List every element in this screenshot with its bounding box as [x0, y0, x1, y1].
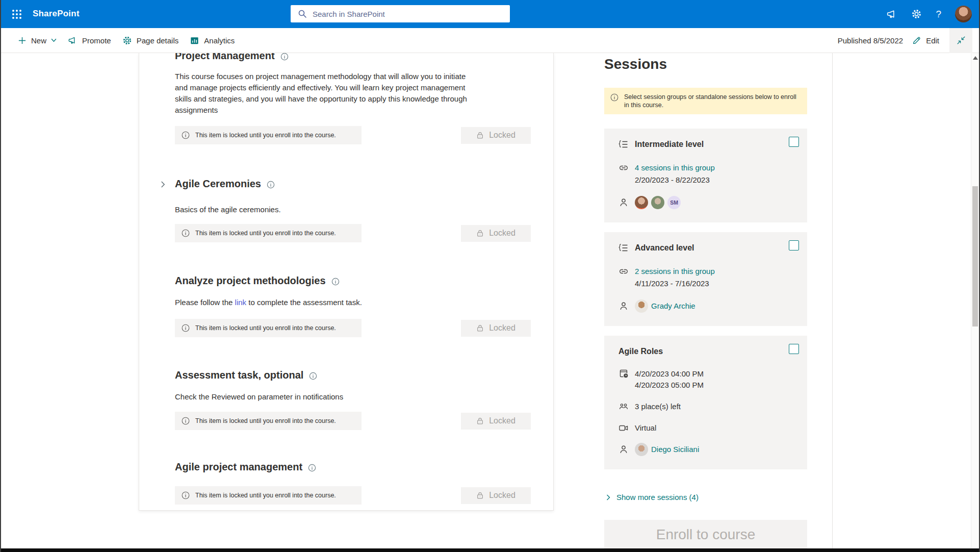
page-details-button[interactable]: Page details: [117, 30, 185, 51]
assessment-link[interactable]: link: [235, 298, 247, 307]
search-input[interactable]: [313, 10, 501, 18]
people-icon: [618, 402, 629, 412]
info-icon[interactable]: [331, 278, 340, 286]
session-group-date-range: 4/11/2023 - 7/16/2023: [635, 278, 797, 289]
promote-button[interactable]: Promote: [62, 30, 117, 51]
enroll-to-course-button[interactable]: Enroll to course: [604, 520, 807, 552]
command-bar-right: Published 8/5/2022 Edit: [838, 28, 980, 53]
instructor-avatar[interactable]: [651, 196, 664, 209]
video-camera-icon: [618, 423, 629, 433]
bar-chart-icon: [190, 36, 199, 45]
show-more-sessions-link[interactable]: Show more sessions (4): [606, 493, 807, 501]
edit-button-label: Edit: [926, 36, 939, 45]
info-icon[interactable]: [308, 464, 316, 472]
locked-button[interactable]: Locked: [461, 225, 531, 242]
chevron-down-icon: [51, 38, 57, 42]
locked-button-label: Locked: [489, 131, 515, 140]
gear-icon: [911, 9, 922, 19]
page-command-bar: New Promote Page details: [0, 28, 980, 53]
session-group-checkbox[interactable]: [789, 137, 799, 147]
section-description: Basics of the agile ceremonies.: [175, 204, 470, 215]
calendar-clock-icon: [618, 368, 629, 379]
instructor-avatar[interactable]: [635, 299, 648, 313]
lock-icon: [476, 491, 484, 499]
group-list-icon: [618, 140, 629, 149]
instructor-name-link[interactable]: Grady Archie: [651, 300, 695, 312]
page-scrollbar[interactable]: [971, 53, 979, 548]
collapse-page-width-button[interactable]: [949, 28, 972, 53]
session-name: Agile Roles: [618, 347, 663, 356]
locked-button-label: Locked: [489, 491, 515, 500]
info-icon: [182, 324, 190, 332]
locked-button[interactable]: Locked: [461, 487, 531, 504]
session-datetime: 4/20/2023 04:00 PM 4/20/2023 05:00 PM: [635, 368, 704, 391]
locked-message: This item is locked until you enroll int…: [195, 417, 336, 424]
sessions-info-banner: Select session groups or standalone sess…: [604, 88, 807, 114]
section-description: This course focuses on project managemen…: [175, 71, 470, 116]
suite-search-box[interactable]: [291, 5, 510, 22]
account-avatar[interactable]: [955, 6, 972, 22]
sessions-panel: Sessions Select session groups or standa…: [604, 53, 807, 552]
section-title-project-management: Project Management: [175, 53, 531, 63]
info-icon[interactable]: [309, 372, 317, 380]
section-title-text: Analyze project methodologies: [175, 274, 326, 288]
help-button[interactable]: ?: [936, 9, 941, 20]
locked-message-bar: This item is locked until you enroll int…: [175, 412, 362, 430]
session-location-row: Virtual: [618, 422, 797, 434]
help-icon: ?: [936, 9, 941, 20]
instructor-avatar[interactable]: [635, 196, 648, 209]
window-border-bottom: [0, 548, 980, 552]
session-group-date-range: 2/20/2023 - 8/22/2023: [635, 174, 797, 186]
settings-button[interactable]: [911, 9, 922, 19]
session-places-row: 3 place(s) left: [618, 401, 797, 412]
instructor-avatar[interactable]: [635, 443, 648, 456]
sessions-in-group-link[interactable]: 4 sessions in this group: [635, 162, 715, 173]
instructor-avatars: SM: [635, 196, 681, 209]
lock-icon: [476, 131, 484, 139]
sessions-info-banner-text: Select session groups or standalone sess…: [624, 93, 800, 109]
page-details-button-label: Page details: [137, 36, 179, 45]
show-more-sessions-label: Show more sessions (4): [616, 493, 699, 501]
session-group-checkbox[interactable]: [789, 240, 799, 250]
session-group-card-advanced: Advanced level 2 sessions in this group …: [604, 232, 807, 326]
session-header: Agile Roles: [618, 347, 797, 356]
info-icon: [182, 417, 190, 425]
description-suffix: to complete the assessment task.: [246, 298, 362, 307]
scrollbar-up-arrow[interactable]: [973, 56, 978, 60]
sessions-in-group-link[interactable]: 2 sessions in this group: [635, 266, 715, 277]
session-checkbox[interactable]: [789, 344, 799, 354]
scrollbar-thumb[interactable]: [972, 186, 978, 327]
app-title[interactable]: SharePoint: [33, 9, 80, 19]
locked-button[interactable]: Locked: [461, 413, 531, 430]
locked-button[interactable]: Locked: [461, 127, 531, 144]
suite-header-actions: ?: [886, 0, 972, 28]
lock-icon: [476, 324, 484, 332]
locked-row: This item is locked until you enroll int…: [175, 319, 531, 337]
lock-icon: [476, 229, 484, 237]
instructor-avatar-initials[interactable]: SM: [667, 196, 681, 209]
lock-icon: [476, 417, 484, 425]
session-datetime-row: 4/20/2023 04:00 PM 4/20/2023 05:00 PM: [618, 368, 797, 391]
sessions-in-group-row: 4 sessions in this group: [618, 162, 797, 173]
new-button-label: New: [31, 36, 46, 45]
instructor-avatars: Grady Archie: [635, 299, 695, 313]
announcements-button[interactable]: [886, 9, 897, 20]
app-launcher-waffle-icon[interactable]: [5, 0, 29, 28]
person-icon: [618, 197, 629, 208]
collapse-arrows-icon: [957, 36, 966, 45]
instructor-name-link[interactable]: Diego Siciliani: [651, 444, 699, 455]
locked-row: This item is locked until you enroll int…: [175, 126, 531, 144]
chevron-right-icon[interactable]: [161, 181, 165, 188]
session-group-header: Intermediate level: [618, 140, 797, 149]
analytics-button[interactable]: Analytics: [184, 30, 240, 51]
locked-button[interactable]: Locked: [461, 320, 531, 337]
waffle-icon: [11, 9, 22, 20]
info-icon[interactable]: [280, 53, 289, 61]
info-icon[interactable]: [267, 181, 275, 189]
megaphone-icon: [68, 36, 78, 45]
group-list-icon: [618, 243, 629, 253]
edit-button[interactable]: Edit: [912, 36, 939, 45]
window-border-left: [0, 0, 1, 552]
new-button[interactable]: New: [12, 30, 62, 51]
section-title-agile-ceremonies: Agile Ceremonies: [175, 177, 531, 191]
